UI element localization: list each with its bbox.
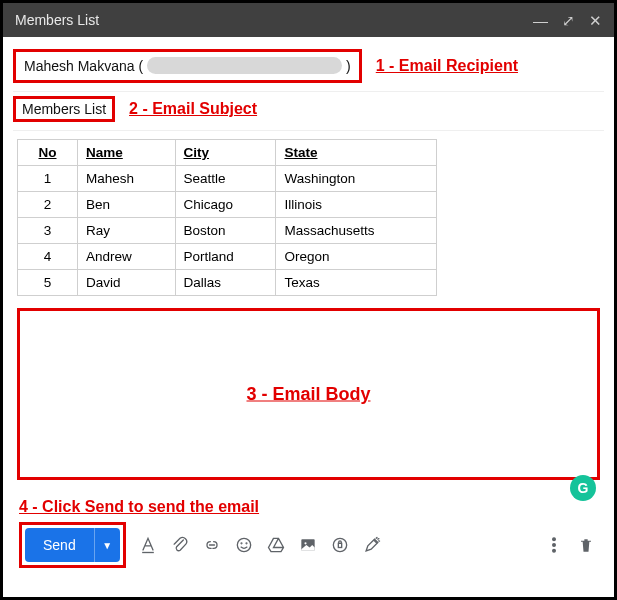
col-city: City <box>175 140 276 166</box>
compose-toolbar: Send ▼ <box>13 522 604 578</box>
annotation-send: 4 - Click Send to send the email <box>19 498 604 516</box>
svg-point-0 <box>237 538 250 551</box>
subject-row[interactable]: Members List 2 - Email Subject <box>13 92 604 131</box>
email-body-area[interactable]: 3 - Email Body <box>17 308 600 480</box>
recipient-row[interactable]: Mahesh Makvana ( ) 1 - Email Recipient <box>13 41 604 92</box>
email-body-table-wrap: No Name City State 1 Mahesh Seattle Wash… <box>13 131 604 302</box>
confidential-icon[interactable] <box>330 535 350 555</box>
drive-icon[interactable] <box>266 535 286 555</box>
col-state: State <box>276 140 437 166</box>
subject-text[interactable]: Members List <box>13 96 115 122</box>
pen-icon[interactable] <box>362 535 382 555</box>
expand-icon[interactable]: ⤢ <box>562 13 575 28</box>
table-row: 3 Ray Boston Massachusetts <box>18 218 437 244</box>
svg-rect-6 <box>338 543 341 547</box>
table-row: 1 Mahesh Seattle Washington <box>18 166 437 192</box>
svg-point-2 <box>246 543 247 544</box>
table-row: 5 David Dallas Texas <box>18 270 437 296</box>
recipient-name: Mahesh Makvana <box>24 58 135 74</box>
paren-open: ( <box>138 58 143 74</box>
col-no: No <box>18 140 78 166</box>
recipient-chip[interactable]: Mahesh Makvana ( ) <box>13 49 362 83</box>
members-table: No Name City State 1 Mahesh Seattle Wash… <box>17 139 437 296</box>
svg-point-9 <box>553 550 556 553</box>
grammarly-badge[interactable]: G <box>570 475 596 501</box>
table-row: 4 Andrew Portland Oregon <box>18 244 437 270</box>
attach-icon[interactable] <box>170 535 190 555</box>
image-icon[interactable] <box>298 535 318 555</box>
table-header-row: No Name City State <box>18 140 437 166</box>
send-button[interactable]: Send <box>25 528 94 562</box>
window-titlebar: Members List — ⤢ ✕ <box>3 3 614 37</box>
col-name: Name <box>78 140 176 166</box>
recipient-email-redacted <box>147 57 342 74</box>
more-icon[interactable] <box>544 535 564 555</box>
svg-point-7 <box>553 538 556 541</box>
svg-point-4 <box>304 542 306 544</box>
close-icon[interactable]: ✕ <box>589 13 602 28</box>
svg-point-8 <box>553 544 556 547</box>
annotation-body: 3 - Email Body <box>246 384 370 405</box>
formatting-icon[interactable] <box>138 535 158 555</box>
minimize-icon[interactable]: — <box>533 13 548 28</box>
emoji-icon[interactable] <box>234 535 254 555</box>
svg-point-1 <box>241 543 242 544</box>
trash-icon[interactable] <box>576 535 596 555</box>
send-more-button[interactable]: ▼ <box>94 528 120 562</box>
paren-close: ) <box>346 58 351 74</box>
annotation-subject: 2 - Email Subject <box>129 100 257 118</box>
link-icon[interactable] <box>202 535 222 555</box>
grammarly-glyph: G <box>578 480 589 496</box>
annotation-recipient: 1 - Email Recipient <box>376 57 518 75</box>
table-row: 2 Ben Chicago Illinois <box>18 192 437 218</box>
window-title: Members List <box>15 12 99 28</box>
send-button-highlight: Send ▼ <box>19 522 126 568</box>
